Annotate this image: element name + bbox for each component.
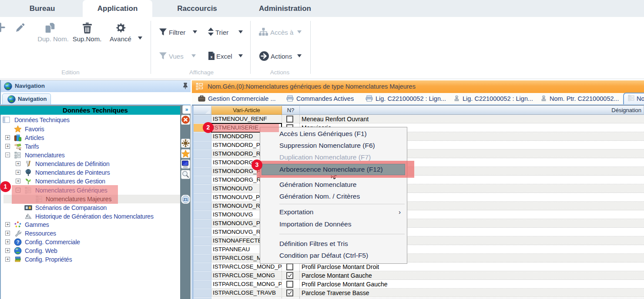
- svg-text:?: ?: [17, 239, 20, 245]
- svg-text:x: x: [210, 55, 212, 59]
- svg-text:Z1: Z1: [183, 197, 188, 202]
